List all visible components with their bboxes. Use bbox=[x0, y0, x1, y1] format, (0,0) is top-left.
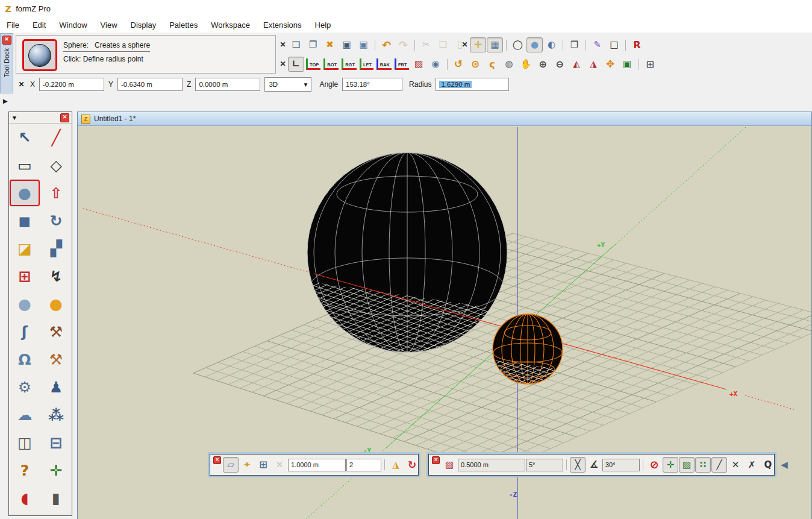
snap-point-icon[interactable]: ✛ bbox=[663, 457, 678, 473]
blade-icon[interactable]: ✕ bbox=[272, 457, 287, 473]
zoom-out-icon[interactable]: ⊖ bbox=[552, 57, 568, 72]
snap-segment-icon[interactable]: ╱ bbox=[711, 457, 727, 473]
radius-input[interactable]: 1.6290 m bbox=[436, 78, 509, 91]
pick-tool[interactable]: ↖ bbox=[9, 124, 40, 151]
wireframe-mode-icon[interactable]: ◯ bbox=[510, 37, 526, 52]
draft-layout-icon[interactable]: ❒ bbox=[566, 37, 582, 52]
lathe-vase-tool[interactable]: Ω bbox=[9, 345, 40, 373]
angle-input[interactable]: 153.18° bbox=[342, 78, 402, 91]
menu-item-edit[interactable]: Edit bbox=[26, 20, 52, 30]
close-project-icon[interactable]: ✖ bbox=[322, 37, 338, 52]
align-blocks-tool[interactable]: ⊟ bbox=[40, 429, 72, 456]
close-coordinate-bar-button[interactable]: ✕ bbox=[17, 80, 26, 89]
angle-measure-icon[interactable]: ∡ bbox=[586, 457, 602, 473]
cut-icon[interactable]: ✂ bbox=[418, 37, 434, 52]
snap-guide-icon[interactable]: ▨ bbox=[679, 457, 695, 473]
snap-node-icon[interactable]: ╳ bbox=[570, 457, 586, 473]
transform-axes-tool[interactable]: ✛ bbox=[40, 456, 72, 484]
open-recent-icon[interactable]: ❐ bbox=[305, 37, 321, 52]
sphere-tool[interactable]: ● bbox=[9, 179, 40, 207]
look-around-icon[interactable]: ⊙ bbox=[467, 57, 484, 72]
grid-window-icon[interactable]: ⊞ bbox=[255, 457, 271, 473]
close-reference-palette-button[interactable]: ✕ bbox=[213, 456, 221, 464]
grid-count-input[interactable]: 2 bbox=[346, 459, 381, 471]
plane-projection-icon[interactable]: ▨ bbox=[411, 57, 427, 72]
grid-display-icon[interactable]: ▦ bbox=[487, 37, 503, 52]
deform-sheet-tool[interactable]: ⚒ bbox=[40, 345, 72, 373]
save-icon[interactable]: ▣ bbox=[339, 37, 355, 52]
zoom-in-area-icon[interactable]: ◭ bbox=[569, 57, 585, 72]
copy-icon[interactable]: ❑ bbox=[435, 37, 451, 52]
dimension-mode-select[interactable]: 3D ▾ bbox=[264, 77, 311, 92]
close-file-toolbar-button[interactable]: ✕ bbox=[278, 40, 287, 49]
snap-tangent-icon[interactable]: Q bbox=[760, 457, 776, 473]
turntable-icon[interactable]: ◍ bbox=[501, 57, 517, 72]
separate-blocks-tool[interactable]: ◫ bbox=[9, 429, 40, 456]
undo-icon[interactable]: ↶ bbox=[378, 37, 395, 52]
break-line-tool[interactable]: ↯ bbox=[40, 262, 72, 290]
query-measure-tool[interactable]: ? bbox=[9, 456, 40, 484]
people-group-tool[interactable]: ⁂ bbox=[40, 401, 72, 429]
revolve-tool[interactable]: ↻ bbox=[40, 207, 72, 234]
snap-perpendicular-icon[interactable]: ✗ bbox=[744, 457, 760, 473]
save-as-icon[interactable]: ▣ bbox=[355, 37, 372, 52]
snap-grid-plane-icon[interactable]: ▨ bbox=[442, 457, 457, 473]
close-dock-button[interactable]: ✕ bbox=[2, 36, 11, 45]
close-snap-palette-button[interactable]: ✕ bbox=[432, 456, 440, 464]
spline-tool[interactable]: ʃ bbox=[9, 318, 40, 345]
collapse-palette-icon[interactable]: ◀ bbox=[776, 457, 792, 473]
zoom-out-area-icon[interactable]: ◮ bbox=[586, 57, 602, 72]
snap-distance-input[interactable]: 0.5000 m bbox=[458, 459, 525, 471]
menu-item-workspace[interactable]: Workspace bbox=[204, 20, 257, 30]
snap-angle-input[interactable]: 5° bbox=[526, 459, 563, 471]
trash-delete-tool[interactable]: ▮ bbox=[40, 484, 72, 512]
x-coordinate-input[interactable]: -0.2200 m bbox=[39, 78, 104, 91]
pan-hand-icon[interactable]: ✋ bbox=[518, 57, 534, 72]
person-scale-tool[interactable]: ♟ bbox=[40, 373, 72, 401]
collapse-palette-icon[interactable]: ▼ bbox=[11, 115, 17, 121]
active-sphere-tool-button[interactable] bbox=[22, 39, 57, 71]
cone-snap-icon[interactable]: ◮ bbox=[388, 457, 404, 473]
blob-tool[interactable]: ● bbox=[40, 290, 72, 318]
cube-tool[interactable]: ◼ bbox=[9, 207, 40, 234]
polygon-tool[interactable]: ◇ bbox=[40, 151, 72, 179]
mesh-tool[interactable]: ⊞ bbox=[9, 262, 40, 290]
menu-item-view[interactable]: View bbox=[94, 20, 124, 30]
axonometric-view-icon[interactable]: ∟ bbox=[288, 57, 304, 72]
redo-icon[interactable]: ↷ bbox=[395, 37, 411, 52]
view-back-button[interactable]: BAK bbox=[376, 58, 392, 70]
tool-option-dot[interactable]: ○ bbox=[32, 69, 34, 73]
menu-item-window[interactable]: Window bbox=[52, 20, 93, 30]
rotate-plane-icon[interactable]: ↻ bbox=[404, 457, 420, 473]
menu-item-help[interactable]: Help bbox=[308, 20, 338, 30]
deform-curve-tool[interactable]: ⚒ bbox=[40, 318, 72, 345]
dock-expand-icon[interactable]: ▶ bbox=[3, 98, 8, 104]
z-coordinate-input[interactable]: 0.0000 m bbox=[195, 78, 260, 91]
shaded-full-mode-icon[interactable]: ◐ bbox=[543, 37, 560, 52]
view-left-button[interactable]: LFT bbox=[360, 58, 373, 70]
axis-star-icon[interactable]: ✦ bbox=[239, 457, 255, 473]
stairs-tool[interactable]: ▞ bbox=[40, 234, 72, 262]
close-view-toolbar-button[interactable]: ✕ bbox=[278, 60, 287, 69]
view-front-button[interactable]: FRT bbox=[395, 58, 409, 70]
view-bottom-button[interactable]: BOT bbox=[323, 58, 339, 70]
close-tool-palette-button[interactable]: ✕ bbox=[60, 113, 69, 122]
spin-model-icon[interactable]: ◉ bbox=[428, 57, 444, 72]
shaded-work-mode-icon[interactable]: ● bbox=[526, 37, 543, 52]
menu-item-extensions[interactable]: Extensions bbox=[257, 20, 308, 30]
view-right-button[interactable]: RGT bbox=[342, 58, 357, 70]
boolean-union-tool[interactable]: ☁ bbox=[9, 401, 40, 429]
view-top-button[interactable]: TOP bbox=[306, 58, 320, 70]
spiral-view-icon[interactable]: ς bbox=[484, 57, 501, 72]
rectangle-tool[interactable]: ▭ bbox=[9, 151, 40, 179]
y-coordinate-input[interactable]: -0.6340 m bbox=[117, 78, 183, 91]
zoom-in-icon[interactable]: ⊕ bbox=[535, 57, 551, 72]
extrude-tool[interactable]: ⇧ bbox=[40, 179, 72, 207]
pencil-style-icon[interactable]: ✎ bbox=[589, 37, 605, 52]
open-project-icon[interactable]: ❏ bbox=[288, 37, 304, 52]
menu-item-display[interactable]: Display bbox=[124, 20, 163, 30]
snap-points-icon[interactable]: ∷ bbox=[695, 457, 711, 473]
close-display-toolbar-button[interactable]: ✕ bbox=[460, 40, 469, 49]
orbit-icon[interactable]: ↺ bbox=[451, 57, 467, 72]
renderzone-icon[interactable]: R bbox=[629, 37, 645, 52]
